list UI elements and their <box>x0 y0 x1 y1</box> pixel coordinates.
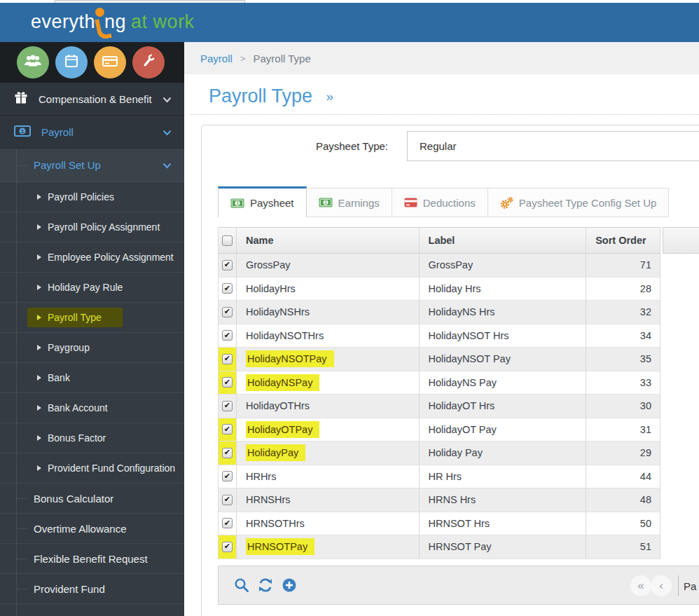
money-icon: 1 <box>319 198 333 207</box>
quick-payments-button[interactable] <box>94 46 126 78</box>
name-text: HolidayNSOTHrs <box>246 330 324 341</box>
sidebar-item-payroll-type[interactable]: Payroll Type <box>0 303 184 333</box>
name-text: GrossPay <box>246 259 291 271</box>
tab-earnings[interactable]: 1 Earnings <box>306 188 392 217</box>
tab-label: Paysheet Type Config Set Up <box>519 197 657 209</box>
sidebar-item-employee-policy-assignment[interactable]: Employee Policy Assignment <box>0 242 184 273</box>
sidebar-item-compensation-benefit[interactable]: Compensation & Benefit <box>0 83 184 116</box>
sidebar-item-flexible-benefit-request[interactable]: Flexible Benefit Request <box>0 544 184 574</box>
caret-right-icon <box>37 345 41 350</box>
breadcrumb: Payroll > Payroll Type <box>184 42 699 74</box>
sidebar-item-payroll-policies[interactable]: Payroll Policies <box>0 182 184 212</box>
select-all-checkbox[interactable] <box>222 235 233 246</box>
table-row: HolidayHrs Holiday Hrs 28 <box>219 278 660 301</box>
name-text: HolidayNSHrs <box>246 306 310 317</box>
name-text: HolidayOTHrs <box>246 400 310 411</box>
cell-label: HRNSOT Pay <box>420 535 587 559</box>
sidebar-item-payroll-policy-assignment[interactable]: Payroll Policy Assignment <box>0 212 184 242</box>
checkbox-cell <box>219 254 237 277</box>
cell-sort-order: 29 <box>586 442 660 465</box>
header-sort-order[interactable]: Sort Order <box>586 228 660 253</box>
cell-label: Holiday Hrs <box>420 278 587 301</box>
row-checkbox[interactable] <box>222 495 233 505</box>
refresh-button[interactable] <box>258 577 273 593</box>
sidebar-item-overtime-allowance[interactable]: Overtime Allowance <box>0 514 184 544</box>
name-text: HRNSOTHrs <box>246 518 305 529</box>
tab-deductions[interactable]: Deductions <box>392 188 488 217</box>
tab-paysheet[interactable]: 1 Paysheet <box>218 186 307 217</box>
name-text: HolidayOTPay <box>246 421 319 438</box>
sidebar-item-paygroup[interactable]: Paygroup <box>0 333 184 363</box>
sidebar-item-label: Provident Fund <box>34 583 105 595</box>
app-header: everythngat work <box>0 3 699 42</box>
table-row: HolidayOTHrs HolidayOT Hrs 30 <box>219 395 660 418</box>
row-checkbox[interactable] <box>222 471 233 481</box>
people-icon <box>23 54 43 71</box>
quick-people-button[interactable] <box>17 46 49 78</box>
checkbox-cell <box>219 442 237 465</box>
sidebar-item-bank[interactable]: Bank <box>0 363 184 393</box>
sidebar-item-label: Compensation & Benefit <box>39 93 152 105</box>
table-toolbar: « ‹ Pa <box>218 566 699 605</box>
cell-sort-order: 31 <box>586 418 660 442</box>
sidebar-item-label: Payroll Policies <box>48 191 114 203</box>
header-name[interactable]: Name <box>237 228 420 253</box>
caret-right-icon <box>37 405 41 411</box>
checkbox-cell <box>219 278 237 301</box>
row-checkbox[interactable] <box>222 401 233 411</box>
first-page-button[interactable]: « <box>630 575 651 596</box>
table-row: HRNSOTHrs HRNSOT Hrs 50 <box>219 512 660 536</box>
checkbox-cell <box>219 371 237 395</box>
double-chevron-left-icon: « <box>637 579 644 593</box>
pagination-divider <box>678 575 679 596</box>
row-checkbox[interactable] <box>222 260 233 271</box>
cell-name: HolidayOTHrs <box>237 395 420 418</box>
name-text: HolidayPay <box>246 444 305 461</box>
cell-name: HolidayHrs <box>237 278 420 301</box>
cell-name: HRNSOTPay <box>237 535 420 559</box>
chevron-down-icon <box>162 159 172 171</box>
row-checkbox[interactable] <box>222 354 233 364</box>
row-checkbox[interactable] <box>222 448 233 458</box>
table-row-highlighted: HolidayNSOTPay HolidayNSOT Pay 35 <box>219 348 660 371</box>
highlight-marker: Payroll Type <box>27 308 123 327</box>
previous-page-button[interactable]: ‹ <box>651 575 672 596</box>
sidebar-item-bank-account[interactable]: Bank Account <box>0 393 184 423</box>
row-checkbox[interactable] <box>222 283 233 294</box>
tab-label: Earnings <box>338 197 380 209</box>
checkbox-cell <box>219 488 237 512</box>
breadcrumb-payroll-link[interactable]: Payroll <box>200 53 233 64</box>
row-checkbox[interactable] <box>222 307 233 317</box>
add-button[interactable] <box>282 577 297 593</box>
tab-paysheet-type-config-set-up[interactable]: Paysheet Type Config Set Up <box>487 188 670 217</box>
row-checkbox[interactable] <box>222 542 233 552</box>
sidebar-item-payroll[interactable]: 1 Payroll <box>0 116 184 149</box>
sidebar-item-partial <box>0 604 184 616</box>
search-button[interactable] <box>234 577 249 593</box>
quick-tools-button[interactable] <box>132 46 165 78</box>
sidebar-item-label: Employee Policy Assignment <box>48 252 174 263</box>
row-checkbox[interactable] <box>222 330 233 341</box>
cell-label: HolidayOT Pay <box>420 418 587 442</box>
row-checkbox[interactable] <box>222 424 233 434</box>
name-text: HRHrs <box>246 471 277 482</box>
sidebar-item-label: Overtime Allowance <box>34 523 127 535</box>
sidebar-item-bonus-factor[interactable]: Bonus Factor <box>0 423 184 453</box>
sidebar-item-holiday-pay-rule[interactable]: Holiday Pay Rule <box>0 273 184 303</box>
sidebar-group-payroll-set-up[interactable]: Payroll Set Up <box>0 149 184 182</box>
chevron-down-icon <box>162 93 172 105</box>
svg-text:1: 1 <box>21 128 25 134</box>
cell-name: HolidayNSHrs <box>237 301 420 324</box>
header-label[interactable]: Label <box>420 228 587 253</box>
sidebar-item-provident-fund-configuration[interactable]: Provident Fund Configuration <box>0 453 184 484</box>
quick-calendar-button[interactable] <box>55 46 88 78</box>
sidebar-item-provident-fund[interactable]: Provident Fund <box>0 574 184 604</box>
sidebar-item-bonus-calculator[interactable]: Bonus Calculator <box>0 484 184 514</box>
caret-right-icon <box>37 375 41 381</box>
row-checkbox[interactable] <box>222 377 233 388</box>
paysheet-type-input[interactable] <box>407 131 699 161</box>
cell-name: HRNSOTHrs <box>237 512 420 535</box>
sidebar-item-label: Bonus Calculator <box>34 493 113 505</box>
row-checkbox[interactable] <box>222 518 233 528</box>
gears-icon <box>500 196 513 210</box>
